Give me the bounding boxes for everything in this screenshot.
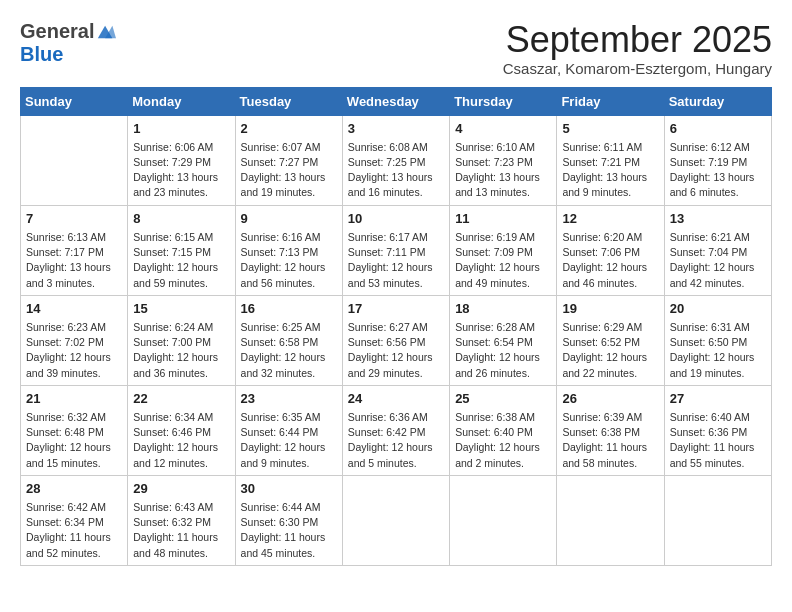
cell-info: Sunrise: 6:32 AMSunset: 6:48 PMDaylight:…	[26, 410, 122, 471]
header: General Blue September 2025 Csaszar, Kom…	[20, 20, 772, 77]
cell-info: Sunrise: 6:19 AMSunset: 7:09 PMDaylight:…	[455, 230, 551, 291]
cell-info: Sunrise: 6:44 AMSunset: 6:30 PMDaylight:…	[241, 500, 337, 561]
calendar-cell: 25Sunrise: 6:38 AMSunset: 6:40 PMDayligh…	[450, 385, 557, 475]
calendar-cell	[21, 115, 128, 205]
calendar-day-header: Friday	[557, 87, 664, 115]
day-number: 18	[455, 300, 551, 318]
cell-info: Sunrise: 6:23 AMSunset: 7:02 PMDaylight:…	[26, 320, 122, 381]
calendar-week-row: 21Sunrise: 6:32 AMSunset: 6:48 PMDayligh…	[21, 385, 772, 475]
cell-info: Sunrise: 6:38 AMSunset: 6:40 PMDaylight:…	[455, 410, 551, 471]
calendar-cell: 27Sunrise: 6:40 AMSunset: 6:36 PMDayligh…	[664, 385, 771, 475]
calendar-day-header: Wednesday	[342, 87, 449, 115]
title-area: September 2025 Csaszar, Komarom-Esztergo…	[503, 20, 772, 77]
cell-info: Sunrise: 6:17 AMSunset: 7:11 PMDaylight:…	[348, 230, 444, 291]
calendar-cell: 15Sunrise: 6:24 AMSunset: 7:00 PMDayligh…	[128, 295, 235, 385]
day-number: 14	[26, 300, 122, 318]
cell-info: Sunrise: 6:07 AMSunset: 7:27 PMDaylight:…	[241, 140, 337, 201]
day-number: 30	[241, 480, 337, 498]
cell-info: Sunrise: 6:39 AMSunset: 6:38 PMDaylight:…	[562, 410, 658, 471]
day-number: 13	[670, 210, 766, 228]
cell-info: Sunrise: 6:16 AMSunset: 7:13 PMDaylight:…	[241, 230, 337, 291]
cell-info: Sunrise: 6:42 AMSunset: 6:34 PMDaylight:…	[26, 500, 122, 561]
calendar-cell: 19Sunrise: 6:29 AMSunset: 6:52 PMDayligh…	[557, 295, 664, 385]
calendar-cell: 26Sunrise: 6:39 AMSunset: 6:38 PMDayligh…	[557, 385, 664, 475]
day-number: 29	[133, 480, 229, 498]
day-number: 16	[241, 300, 337, 318]
calendar-cell: 2Sunrise: 6:07 AMSunset: 7:27 PMDaylight…	[235, 115, 342, 205]
cell-info: Sunrise: 6:25 AMSunset: 6:58 PMDaylight:…	[241, 320, 337, 381]
calendar-cell: 14Sunrise: 6:23 AMSunset: 7:02 PMDayligh…	[21, 295, 128, 385]
cell-info: Sunrise: 6:12 AMSunset: 7:19 PMDaylight:…	[670, 140, 766, 201]
calendar-cell: 17Sunrise: 6:27 AMSunset: 6:56 PMDayligh…	[342, 295, 449, 385]
day-number: 22	[133, 390, 229, 408]
cell-info: Sunrise: 6:24 AMSunset: 7:00 PMDaylight:…	[133, 320, 229, 381]
day-number: 11	[455, 210, 551, 228]
calendar-cell: 18Sunrise: 6:28 AMSunset: 6:54 PMDayligh…	[450, 295, 557, 385]
calendar-day-header: Monday	[128, 87, 235, 115]
day-number: 27	[670, 390, 766, 408]
calendar-cell: 9Sunrise: 6:16 AMSunset: 7:13 PMDaylight…	[235, 205, 342, 295]
calendar-cell: 30Sunrise: 6:44 AMSunset: 6:30 PMDayligh…	[235, 475, 342, 565]
calendar-cell: 21Sunrise: 6:32 AMSunset: 6:48 PMDayligh…	[21, 385, 128, 475]
day-number: 15	[133, 300, 229, 318]
cell-info: Sunrise: 6:43 AMSunset: 6:32 PMDaylight:…	[133, 500, 229, 561]
calendar-week-row: 7Sunrise: 6:13 AMSunset: 7:17 PMDaylight…	[21, 205, 772, 295]
calendar-cell: 29Sunrise: 6:43 AMSunset: 6:32 PMDayligh…	[128, 475, 235, 565]
calendar-cell: 13Sunrise: 6:21 AMSunset: 7:04 PMDayligh…	[664, 205, 771, 295]
cell-info: Sunrise: 6:29 AMSunset: 6:52 PMDaylight:…	[562, 320, 658, 381]
day-number: 3	[348, 120, 444, 138]
cell-info: Sunrise: 6:35 AMSunset: 6:44 PMDaylight:…	[241, 410, 337, 471]
logo-blue-text: Blue	[20, 43, 63, 65]
day-number: 19	[562, 300, 658, 318]
calendar-cell: 5Sunrise: 6:11 AMSunset: 7:21 PMDaylight…	[557, 115, 664, 205]
logo-general-text: General	[20, 20, 94, 43]
cell-info: Sunrise: 6:10 AMSunset: 7:23 PMDaylight:…	[455, 140, 551, 201]
day-number: 5	[562, 120, 658, 138]
cell-info: Sunrise: 6:08 AMSunset: 7:25 PMDaylight:…	[348, 140, 444, 201]
cell-info: Sunrise: 6:36 AMSunset: 6:42 PMDaylight:…	[348, 410, 444, 471]
calendar-table: SundayMondayTuesdayWednesdayThursdayFrid…	[20, 87, 772, 566]
day-number: 17	[348, 300, 444, 318]
day-number: 23	[241, 390, 337, 408]
cell-info: Sunrise: 6:20 AMSunset: 7:06 PMDaylight:…	[562, 230, 658, 291]
calendar-cell: 20Sunrise: 6:31 AMSunset: 6:50 PMDayligh…	[664, 295, 771, 385]
cell-info: Sunrise: 6:06 AMSunset: 7:29 PMDaylight:…	[133, 140, 229, 201]
logo-icon	[96, 22, 116, 42]
cell-info: Sunrise: 6:31 AMSunset: 6:50 PMDaylight:…	[670, 320, 766, 381]
cell-info: Sunrise: 6:21 AMSunset: 7:04 PMDaylight:…	[670, 230, 766, 291]
calendar-cell: 23Sunrise: 6:35 AMSunset: 6:44 PMDayligh…	[235, 385, 342, 475]
calendar-cell: 28Sunrise: 6:42 AMSunset: 6:34 PMDayligh…	[21, 475, 128, 565]
month-title: September 2025	[503, 20, 772, 60]
cell-info: Sunrise: 6:11 AMSunset: 7:21 PMDaylight:…	[562, 140, 658, 201]
location-title: Csaszar, Komarom-Esztergom, Hungary	[503, 60, 772, 77]
day-number: 26	[562, 390, 658, 408]
calendar-cell: 4Sunrise: 6:10 AMSunset: 7:23 PMDaylight…	[450, 115, 557, 205]
calendar-week-row: 28Sunrise: 6:42 AMSunset: 6:34 PMDayligh…	[21, 475, 772, 565]
calendar-cell: 11Sunrise: 6:19 AMSunset: 7:09 PMDayligh…	[450, 205, 557, 295]
day-number: 8	[133, 210, 229, 228]
calendar-cell: 1Sunrise: 6:06 AMSunset: 7:29 PMDaylight…	[128, 115, 235, 205]
calendar-cell	[450, 475, 557, 565]
calendar-day-header: Sunday	[21, 87, 128, 115]
day-number: 6	[670, 120, 766, 138]
calendar-cell: 10Sunrise: 6:17 AMSunset: 7:11 PMDayligh…	[342, 205, 449, 295]
cell-info: Sunrise: 6:15 AMSunset: 7:15 PMDaylight:…	[133, 230, 229, 291]
day-number: 10	[348, 210, 444, 228]
calendar-cell: 6Sunrise: 6:12 AMSunset: 7:19 PMDaylight…	[664, 115, 771, 205]
calendar-day-header: Thursday	[450, 87, 557, 115]
calendar-header-row: SundayMondayTuesdayWednesdayThursdayFrid…	[21, 87, 772, 115]
day-number: 12	[562, 210, 658, 228]
calendar-cell: 22Sunrise: 6:34 AMSunset: 6:46 PMDayligh…	[128, 385, 235, 475]
calendar-cell	[557, 475, 664, 565]
logo: General Blue	[20, 20, 116, 66]
calendar-week-row: 14Sunrise: 6:23 AMSunset: 7:02 PMDayligh…	[21, 295, 772, 385]
calendar-cell	[342, 475, 449, 565]
day-number: 7	[26, 210, 122, 228]
day-number: 9	[241, 210, 337, 228]
calendar-cell: 24Sunrise: 6:36 AMSunset: 6:42 PMDayligh…	[342, 385, 449, 475]
cell-info: Sunrise: 6:27 AMSunset: 6:56 PMDaylight:…	[348, 320, 444, 381]
day-number: 4	[455, 120, 551, 138]
calendar-cell: 8Sunrise: 6:15 AMSunset: 7:15 PMDaylight…	[128, 205, 235, 295]
calendar-day-header: Saturday	[664, 87, 771, 115]
day-number: 1	[133, 120, 229, 138]
